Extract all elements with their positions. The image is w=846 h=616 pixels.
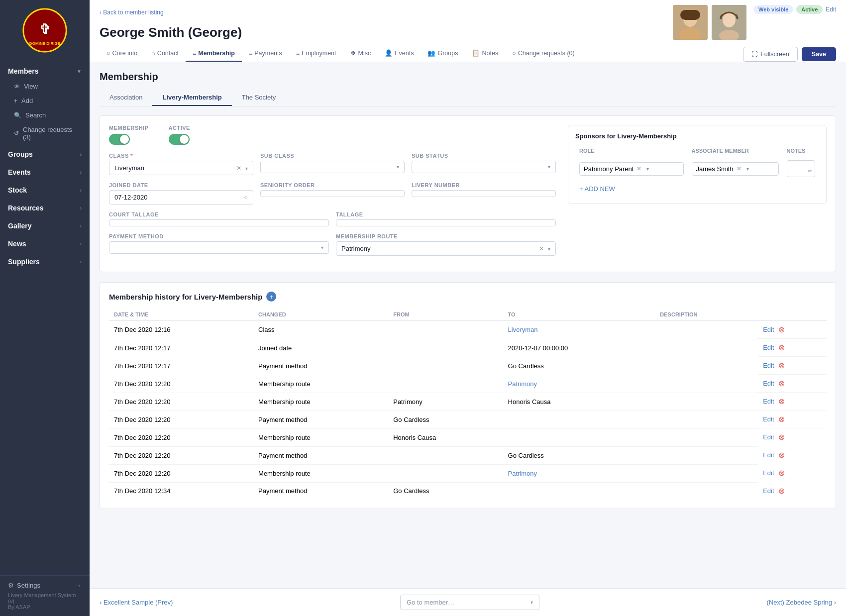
add-new-sponsor-button[interactable]: + ADD NEW	[575, 181, 619, 197]
membership-form: MEMBERSHIP ACTIVE	[100, 115, 836, 272]
membership-route-clear-icon[interactable]: ✕	[539, 245, 544, 252]
history-delete-button[interactable]: ⊗	[778, 343, 785, 352]
history-actions: Edit ⊗	[758, 393, 827, 411]
class-clear-icon[interactable]: ✕	[236, 165, 241, 172]
history-delete-button[interactable]: ⊗	[778, 414, 785, 424]
history-delete-button[interactable]: ⊗	[778, 432, 785, 442]
payment-method-select[interactable]: ▾	[109, 241, 329, 254]
tab-contact[interactable]: ⌂ Contact	[144, 46, 186, 62]
breadcrumb[interactable]: ‹ Back to member listing	[100, 5, 242, 20]
tab-groups[interactable]: 👥 Groups	[421, 45, 465, 62]
history-description	[655, 375, 758, 393]
history-delete-button[interactable]: ⊗	[778, 379, 785, 388]
tab-misc[interactable]: ❖ Misc	[343, 45, 378, 62]
member-photo-1	[673, 5, 708, 40]
class-select[interactable]: Liveryman ✕▾	[109, 161, 253, 175]
sub-tab-society[interactable]: The Society	[232, 90, 286, 106]
sponsor-notes-field[interactable]: ✏	[787, 160, 815, 177]
save-button[interactable]: Save	[802, 47, 836, 61]
sponsor-role-field[interactable]: Patrimony Parent ✕ ▾	[579, 162, 684, 176]
sub-class-select[interactable]: ▾	[260, 161, 405, 173]
seniority-order-input[interactable]	[260, 190, 405, 197]
next-member-link[interactable]: (Next) Zebedee Spring ›	[767, 599, 836, 606]
sidebar-news-header[interactable]: News ›	[0, 234, 90, 252]
history-row: 7th Dec 2020 12:17 Joined date 2020-12-0…	[109, 339, 827, 357]
history-from	[388, 321, 503, 339]
tab-payments[interactable]: ≡ Payments	[242, 46, 289, 62]
history-edit-link[interactable]: Edit	[763, 362, 774, 369]
sidebar-stock-header[interactable]: Stock ›	[0, 180, 90, 198]
page-title: Membership	[100, 71, 836, 83]
membership-route-select[interactable]: Patrimony ✕▾	[336, 241, 556, 256]
sub-status-select[interactable]: ▾	[412, 161, 556, 173]
tab-employment[interactable]: ≡ Employment	[289, 46, 343, 62]
tallage-row: COURT TALLAGE TALLAGE	[109, 211, 556, 226]
history-edit-link[interactable]: Edit	[763, 380, 774, 387]
history-from	[388, 446, 503, 464]
tallage-input[interactable]	[336, 219, 556, 226]
sidebar-groups-header[interactable]: Groups ›	[0, 144, 90, 162]
col-associate: ASSOCIATE MEMBER	[688, 146, 783, 156]
svg-text:DOMINE DIRIGE: DOMINE DIRIGE	[29, 41, 61, 46]
livery-number-input[interactable]	[412, 190, 556, 197]
history-row: 7th Dec 2020 12:17 Payment method Go Car…	[109, 357, 827, 375]
court-tallage-input[interactable]	[109, 219, 329, 226]
tab-notes[interactable]: 📋 Notes	[465, 45, 505, 62]
prev-member-link[interactable]: ‹ Excellent Sample (Prev)	[100, 599, 173, 606]
joined-date-input[interactable]: 07-12-2020 ○	[109, 190, 253, 205]
sub-status-label: SUB STATUS	[412, 153, 556, 159]
history-delete-button[interactable]: ⊗	[778, 450, 785, 460]
history-edit-link[interactable]: Edit	[763, 344, 774, 351]
history-edit-link[interactable]: Edit	[763, 326, 774, 333]
history-delete-button[interactable]: ⊗	[778, 325, 785, 334]
membership-toggle[interactable]	[109, 134, 130, 145]
sub-tab-association[interactable]: Association	[100, 90, 152, 106]
history-edit-link[interactable]: Edit	[763, 433, 774, 441]
sidebar-item-change-requests[interactable]: ↺ Change requests (3)	[0, 122, 90, 144]
sidebar-item-add[interactable]: + Add	[0, 94, 90, 108]
face2-svg	[712, 5, 746, 40]
history-delete-button[interactable]: ⊗	[778, 361, 785, 370]
history-edit-link[interactable]: Edit	[763, 415, 774, 423]
sidebar-resources-header[interactable]: Resources ›	[0, 198, 90, 216]
history-edit-link[interactable]: Edit	[763, 451, 774, 459]
sidebar-section-gallery: Gallery ›	[0, 216, 90, 234]
sponsor-role-clear-icon[interactable]: ✕	[636, 165, 641, 172]
col-actions	[758, 308, 827, 321]
nav-actions: ⛶ Fullscreen Save	[743, 47, 836, 62]
history-edit-link[interactable]: Edit	[763, 487, 774, 495]
sidebar-events-header[interactable]: Events ›	[0, 162, 90, 180]
add-history-button[interactable]: +	[266, 292, 276, 302]
sidebar-gallery-header[interactable]: Gallery ›	[0, 216, 90, 234]
sidebar-members-header[interactable]: Members ▼	[0, 61, 90, 79]
history-delete-button[interactable]: ⊗	[778, 486, 785, 496]
settings-row[interactable]: ⚙ Settings →	[8, 582, 82, 589]
form-right: Sponsors for Livery-Membership ROLE ASSO…	[568, 125, 827, 263]
sponsor-associate-field[interactable]: James Smith ✕ ▾	[692, 162, 779, 176]
tab-membership[interactable]: ≡ Membership	[186, 46, 242, 62]
edit-photos-link[interactable]: Edit	[826, 6, 836, 13]
member-photo-actions: Web visible Active Edit	[750, 5, 836, 14]
notes-edit-icon[interactable]: ✏	[808, 168, 812, 174]
tab-change-requests[interactable]: ○ Change requests (0)	[505, 46, 582, 62]
sponsor-associate-value: James Smith	[696, 165, 734, 173]
history-delete-button[interactable]: ⊗	[778, 468, 785, 478]
sub-tab-livery[interactable]: Livery-Membership	[152, 90, 231, 106]
sidebar-item-search[interactable]: 🔍 Search	[0, 108, 90, 122]
sponsor-associate-clear-icon[interactable]: ✕	[737, 165, 741, 172]
badge-active: Active	[796, 5, 823, 14]
sidebar-item-view[interactable]: 👁 View	[0, 79, 90, 94]
tab-core-info[interactable]: ○ Core info	[100, 46, 144, 62]
gear-icon: ⚙	[8, 582, 14, 589]
goto-member-select[interactable]: Go to member… ▾	[400, 595, 539, 610]
active-toggle[interactable]	[169, 134, 190, 145]
toggle-knob	[120, 135, 129, 144]
court-tallage-label: COURT TALLAGE	[109, 211, 329, 217]
payments-icon: ≡	[249, 50, 252, 57]
history-edit-link[interactable]: Edit	[763, 398, 774, 405]
fullscreen-button[interactable]: ⛶ Fullscreen	[743, 47, 798, 62]
history-edit-link[interactable]: Edit	[763, 469, 774, 477]
tab-events[interactable]: 👤 Events	[378, 45, 421, 62]
history-delete-button[interactable]: ⊗	[778, 397, 785, 406]
sidebar-suppliers-header[interactable]: Suppliers ›	[0, 252, 90, 270]
